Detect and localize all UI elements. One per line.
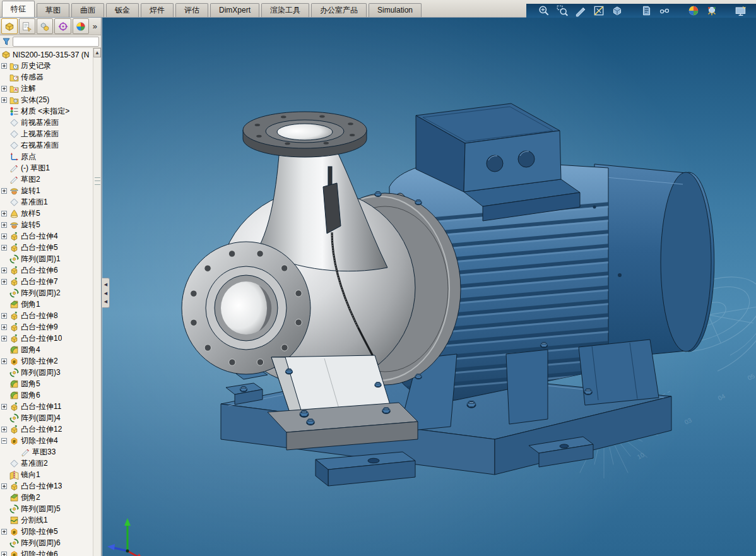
section-view-icon[interactable] [593, 5, 605, 16]
command-tab-0[interactable]: 特征 [2, 1, 35, 17]
tree-item[interactable]: 倒角2 [0, 492, 93, 503]
tree-item[interactable]: 右视基准面 [0, 139, 93, 151]
expand-toggle[interactable] [1, 427, 7, 432]
tree-item[interactable]: 阵列(圆周)3 [0, 367, 93, 378]
tree-item[interactable]: 凸台-拉伸5 [0, 242, 93, 253]
expand-toggle[interactable] [1, 552, 7, 556]
propertymanager-tab[interactable] [19, 18, 35, 34]
tree-item[interactable]: 旋转5 [0, 219, 93, 230]
appearance-icon[interactable] [687, 5, 700, 16]
tree-item[interactable]: 切除-拉伸5 [0, 526, 93, 537]
tree-item[interactable]: 分割线1 [0, 514, 93, 526]
expand-toggle[interactable] [1, 279, 7, 285]
command-tab-2[interactable]: 曲面 [71, 3, 104, 17]
tree-item[interactable]: 基准面1 [0, 196, 93, 208]
zoom-area-icon[interactable] [556, 5, 569, 16]
tree-item[interactable]: 传感器 [0, 71, 93, 83]
tree-item[interactable]: 圆角6 [0, 389, 93, 401]
zoom-fit-icon[interactable] [538, 5, 550, 16]
tree-root-item[interactable]: NIS200-150-315-37 (N [0, 49, 93, 60]
command-tab-8[interactable]: 办公室产品 [311, 3, 367, 17]
tree-item[interactable]: 草图2 [0, 174, 93, 185]
tree-item[interactable]: 凸台-拉伸7 [0, 276, 93, 287]
expand-toggle[interactable] [1, 86, 7, 92]
tree-item[interactable]: 阵列(圆周)4 [0, 412, 93, 423]
motor-fan-cover[interactable] [594, 164, 714, 360]
command-tab-1[interactable]: 草图 [37, 3, 69, 17]
viewport-canvas[interactable]: 10030405 [102, 18, 756, 556]
expand-toggle[interactable] [1, 358, 7, 364]
tree-item[interactable]: 凸台-拉伸6 [0, 264, 93, 276]
tree-item[interactable]: 凸台-拉伸9 [0, 321, 93, 333]
tree-item[interactable]: 阵列(圆周)6 [0, 537, 93, 548]
command-tab-3[interactable]: 钣金 [106, 3, 139, 17]
command-tab-6[interactable]: DimXpert [210, 3, 259, 17]
tree-item[interactable]: 历史记录 [0, 60, 93, 71]
command-tab-4[interactable]: 焊件 [141, 3, 174, 17]
tree-item[interactable]: 圆角5 [0, 378, 93, 389]
expand-toggle[interactable] [1, 97, 7, 103]
expand-toggle[interactable] [1, 211, 7, 216]
tree-item[interactable]: 镜向1 [0, 469, 93, 480]
command-tab-7[interactable]: 渲染工具 [261, 3, 309, 17]
expand-toggle[interactable] [1, 483, 7, 489]
tree-item[interactable]: A注解 [0, 83, 93, 94]
expand-toggle[interactable] [1, 324, 7, 330]
expand-toggle[interactable] [1, 234, 7, 239]
displaymanager-tab[interactable] [73, 18, 89, 34]
scene-icon[interactable] [706, 5, 718, 16]
measure-icon[interactable] [574, 5, 587, 16]
tree-item[interactable]: 前视基准面 [0, 117, 93, 128]
tree-item[interactable]: 上视基准面 [0, 128, 93, 139]
expand-toggle[interactable] [1, 529, 7, 535]
expand-toggle[interactable] [1, 245, 7, 251]
tree-item[interactable]: 放样5 [0, 208, 93, 219]
tree-item[interactable]: 原点 [0, 151, 93, 162]
tree-item[interactable]: 材质 <未指定> [0, 105, 93, 117]
command-tab-5[interactable]: 评估 [175, 3, 208, 17]
tree-item[interactable]: 切除-拉伸4 [0, 435, 93, 446]
expand-toggle[interactable] [1, 63, 7, 69]
expand-toggle[interactable] [1, 222, 7, 228]
expand-toggle[interactable] [1, 313, 7, 319]
tree-item[interactable]: 基准面2 [0, 458, 93, 469]
tree-item[interactable]: 凸台-拉伸12 [0, 423, 93, 435]
filter-input[interactable] [13, 37, 99, 47]
manager-tabs-overflow-button[interactable]: » [90, 21, 100, 31]
tree-item[interactable]: 凸台-拉伸4 [0, 230, 93, 242]
splitter-grip[interactable] [95, 177, 100, 185]
scroll-up-arrow[interactable]: ▲ [93, 48, 101, 57]
configurationmanager-tab[interactable] [37, 18, 53, 34]
tree-item[interactable]: 阵列(圆周)1 [0, 253, 93, 264]
command-tab-9[interactable]: Simulation [369, 3, 422, 17]
panel-collapse-handle[interactable]: ◀ ◀ ◀ [102, 278, 110, 308]
tree-item[interactable]: 实体(25) [0, 94, 93, 105]
tree-item[interactable]: 切除-拉伸6 [0, 548, 93, 556]
tree-item[interactable]: 凸台-拉伸13 [0, 480, 93, 492]
expand-toggle[interactable] [1, 268, 7, 273]
expand-toggle[interactable] [1, 336, 7, 341]
dimxpertmanager-tab[interactable] [54, 18, 71, 34]
screen-icon[interactable] [735, 5, 747, 16]
view-cube-icon[interactable] [611, 5, 623, 16]
copy-book-icon[interactable] [640, 5, 653, 16]
filter-icon [2, 37, 11, 46]
tree-item[interactable]: 凸台-拉伸8 [0, 310, 93, 321]
tree-item[interactable]: 圆角4 [0, 344, 93, 355]
featuremanager-tab[interactable] [1, 18, 18, 34]
expand-toggle[interactable] [1, 438, 7, 444]
tree-item[interactable]: 凸台-拉伸10 [0, 333, 93, 344]
tree-item[interactable]: 旋转1 [0, 185, 93, 196]
tree-scrollbar[interactable]: ▲ [93, 48, 101, 556]
tree-item[interactable]: 倒角1 [0, 299, 93, 310]
tree-item[interactable]: 凸台-拉伸11 [0, 401, 93, 412]
tree-item[interactable]: (-) 草图1 [0, 162, 93, 174]
visibility-icon[interactable] [658, 5, 671, 16]
tree-item[interactable]: 阵列(圆周)5 [0, 503, 93, 514]
expand-toggle[interactable] [1, 188, 7, 194]
tree-item[interactable]: 阵列(圆周)2 [0, 287, 93, 299]
tree-item[interactable]: 切除-拉伸2 [0, 355, 93, 367]
tree-item[interactable]: 草图33 [0, 446, 93, 458]
expand-toggle[interactable] [1, 404, 7, 410]
graphics-viewport[interactable]: 10030405 [102, 18, 756, 556]
